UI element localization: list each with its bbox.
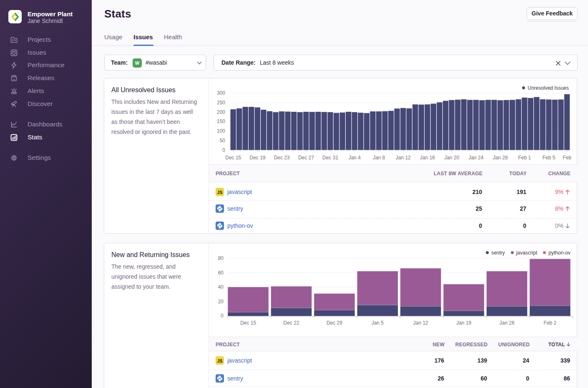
svg-text:JS: JS bbox=[217, 358, 223, 363]
svg-text:0: 0 bbox=[222, 147, 225, 153]
svg-text:Dec 27: Dec 27 bbox=[298, 155, 314, 161]
svg-text:Jan 26: Jan 26 bbox=[500, 320, 515, 326]
svg-text:20: 20 bbox=[218, 299, 224, 305]
svg-text:Feb: Feb bbox=[563, 155, 571, 161]
svg-text:200: 200 bbox=[217, 109, 225, 115]
svg-text:Jan 19: Jan 19 bbox=[456, 320, 471, 326]
svg-text:250: 250 bbox=[217, 100, 225, 106]
svg-text:Feb 2: Feb 2 bbox=[544, 320, 557, 326]
svg-text:Jan 24: Jan 24 bbox=[468, 155, 483, 161]
svg-text:Jan 28: Jan 28 bbox=[493, 155, 508, 161]
svg-text:100: 100 bbox=[217, 128, 225, 134]
svg-text:Dec 31: Dec 31 bbox=[322, 155, 338, 161]
svg-text:Dec 19: Dec 19 bbox=[249, 155, 265, 161]
svg-text:50: 50 bbox=[220, 138, 226, 144]
svg-text:80: 80 bbox=[218, 255, 224, 261]
svg-text:Jan 4: Jan 4 bbox=[349, 155, 361, 161]
svg-text:Jan 8: Jan 8 bbox=[373, 155, 385, 161]
svg-text:Feb 5: Feb 5 bbox=[543, 155, 555, 161]
svg-text:300: 300 bbox=[217, 90, 225, 96]
svg-text:Jan 20: Jan 20 bbox=[444, 155, 459, 161]
svg-text:Jan 16: Jan 16 bbox=[420, 155, 435, 161]
svg-text:150: 150 bbox=[217, 118, 225, 124]
svg-text:Jan 12: Jan 12 bbox=[413, 320, 428, 326]
svg-text:Feb 1: Feb 1 bbox=[518, 155, 531, 161]
svg-text:0: 0 bbox=[221, 313, 224, 319]
svg-text:40: 40 bbox=[218, 284, 224, 290]
svg-text:Dec 23: Dec 23 bbox=[274, 155, 290, 161]
svg-text:Jan 5: Jan 5 bbox=[372, 320, 384, 326]
svg-text:Dec 15: Dec 15 bbox=[225, 155, 241, 161]
svg-text:60: 60 bbox=[218, 270, 224, 276]
svg-text:JS: JS bbox=[217, 190, 223, 195]
svg-text:Dec 15: Dec 15 bbox=[240, 320, 256, 326]
svg-text:Jan 12: Jan 12 bbox=[396, 155, 411, 161]
svg-text:Dec 22: Dec 22 bbox=[284, 320, 299, 326]
svg-text:Dec 29: Dec 29 bbox=[327, 320, 342, 326]
